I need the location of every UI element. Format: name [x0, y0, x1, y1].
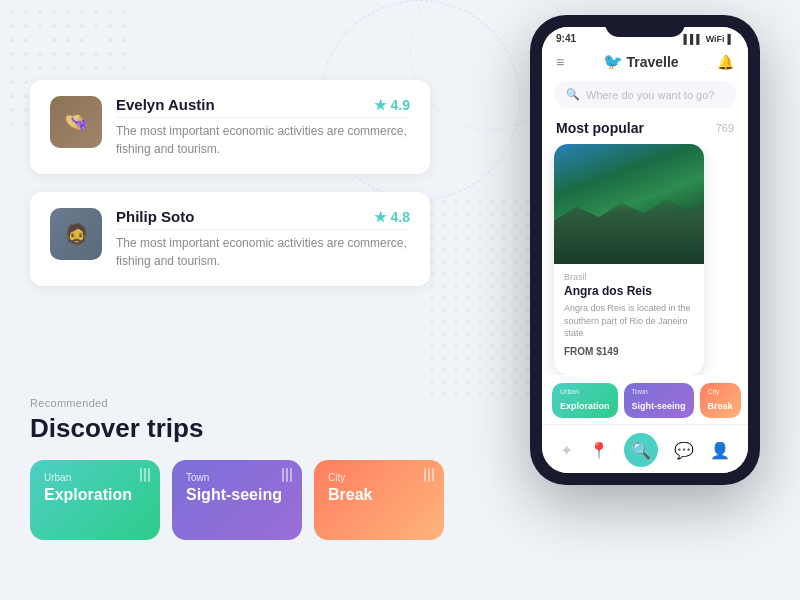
phone-tag-name-urban: Exploration [560, 401, 610, 411]
svg-rect-3 [430, 200, 530, 400]
phone-tag-name-city: Break [708, 401, 733, 411]
discover-section: Recommended Discover trips Urban Explora… [30, 397, 444, 540]
phone-wrapper: 9:41 ▌▌▌ WiFi ▌ ≡ 🐦 Travelle 🔔 🔍 Wh [530, 15, 760, 485]
avatar-philip: 🧔 [50, 208, 102, 260]
trip-card-city[interactable]: City Break [314, 460, 444, 540]
trip-type-urban: Urban [44, 472, 146, 483]
nav-icon-explore[interactable]: ✦ [560, 441, 573, 460]
most-popular-count: 769 [716, 122, 734, 134]
nav-icon-chat[interactable]: 💬 [674, 441, 694, 460]
trip-card-dots-town [282, 468, 292, 482]
nav-icon-search[interactable]: 🔍 [624, 433, 658, 467]
phone-device: 9:41 ▌▌▌ WiFi ▌ ≡ 🐦 Travelle 🔔 🔍 Wh [530, 15, 760, 485]
app-title: Travelle [627, 54, 679, 70]
rating-2: ★ 4.8 [374, 209, 410, 225]
reviewer-name-1: Evelyn Austin [116, 96, 215, 113]
menu-icon[interactable]: ≡ [556, 54, 564, 70]
search-placeholder: Where do you want to go? [586, 89, 714, 101]
divider-2 [116, 229, 410, 230]
review-content-2: Philip Soto ★ 4.8 The most important eco… [116, 208, 410, 270]
destination-cards-scroll: Brasil Angra dos Reis Angra dos Reis is … [542, 144, 748, 375]
app-nav: ≡ 🐦 Travelle 🔔 [542, 48, 748, 77]
most-popular-title: Most popular [556, 120, 644, 136]
dot-grid-right [430, 200, 530, 400]
search-bar[interactable]: 🔍 Where do you want to go? [554, 81, 736, 108]
review-text-1: The most important economic activities a… [116, 122, 410, 158]
dest-country-1: Brasil [564, 272, 694, 282]
star-icon-2: ★ [374, 209, 387, 225]
dest-price-1: FROM $149 [564, 346, 694, 357]
reviewer-name-2: Philip Soto [116, 208, 194, 225]
phone-tag-town[interactable]: Town Sight-seeing [624, 383, 694, 418]
phone-trip-tags: Urban Exploration Town Sight-seeing City… [542, 375, 748, 424]
reviewer-row-1: Evelyn Austin ★ 4.9 [116, 96, 410, 113]
ocean-rocks [554, 192, 704, 264]
nav-icon-location[interactable]: 📍 [589, 441, 609, 460]
battery-icon: ▌ [728, 34, 734, 44]
most-popular-header: Most popular 769 [542, 116, 748, 144]
phone-tag-type-town: Town [632, 388, 686, 395]
app-logo: 🐦 Travelle [603, 52, 679, 71]
dest-card-body-1: Brasil Angra dos Reis Angra dos Reis is … [554, 264, 704, 365]
trip-type-city: City [328, 472, 430, 483]
ocean-bg [554, 144, 704, 264]
trip-card-urban[interactable]: Urban Exploration [30, 460, 160, 540]
phone-screen: 9:41 ▌▌▌ WiFi ▌ ≡ 🐦 Travelle 🔔 🔍 Wh [542, 27, 748, 473]
phone-tag-urban[interactable]: Urban Exploration [552, 383, 618, 418]
review-text-2: The most important economic activities a… [116, 234, 410, 270]
trip-card-dots-urban [140, 468, 150, 482]
review-card-2: 🧔 Philip Soto ★ 4.8 The most important e… [30, 192, 430, 286]
phone-tag-type-urban: Urban [560, 388, 610, 395]
status-time: 9:41 [556, 33, 576, 44]
bird-icon: 🐦 [603, 52, 623, 71]
dest-desc-1: Angra dos Reis is located in the souther… [564, 302, 694, 340]
phone-tag-name-town: Sight-seeing [632, 401, 686, 411]
trip-cards: Urban Exploration Town Sight-seeing City… [30, 460, 444, 540]
nav-icon-profile[interactable]: 👤 [710, 441, 730, 460]
dest-name-1: Angra dos Reis [564, 284, 694, 298]
bell-icon[interactable]: 🔔 [717, 54, 734, 70]
destination-card-1[interactable]: Brasil Angra dos Reis Angra dos Reis is … [554, 144, 704, 375]
search-icon: 🔍 [566, 88, 580, 101]
review-card-1: 👒 Evelyn Austin ★ 4.9 The most important… [30, 80, 430, 174]
divider-1 [116, 117, 410, 118]
signal-icon: ▌▌▌ [684, 34, 703, 44]
trip-card-town[interactable]: Town Sight-seeing [172, 460, 302, 540]
wifi-icon: WiFi [706, 34, 725, 44]
review-content-1: Evelyn Austin ★ 4.9 The most important e… [116, 96, 410, 158]
trip-name-urban: Exploration [44, 486, 132, 503]
reviewer-row-2: Philip Soto ★ 4.8 [116, 208, 410, 225]
trip-name-city: Break [328, 486, 372, 503]
left-panel: 👒 Evelyn Austin ★ 4.9 The most important… [30, 80, 430, 304]
status-icons: ▌▌▌ WiFi ▌ [684, 34, 734, 44]
phone-tag-city[interactable]: City Break [700, 383, 741, 418]
phone-tag-type-city: City [708, 388, 733, 395]
bottom-nav: ✦ 📍 🔍 💬 👤 [542, 424, 748, 473]
avatar-evelyn: 👒 [50, 96, 102, 148]
rating-1: ★ 4.9 [374, 97, 410, 113]
dest-image-1 [554, 144, 704, 264]
trip-type-town: Town [186, 472, 288, 483]
phone-notch [605, 15, 685, 37]
star-icon-1: ★ [374, 97, 387, 113]
trip-name-town: Sight-seeing [186, 486, 282, 503]
discover-title: Discover trips [30, 413, 444, 444]
recommended-label: Recommended [30, 397, 444, 409]
trip-card-dots-city [424, 468, 434, 482]
